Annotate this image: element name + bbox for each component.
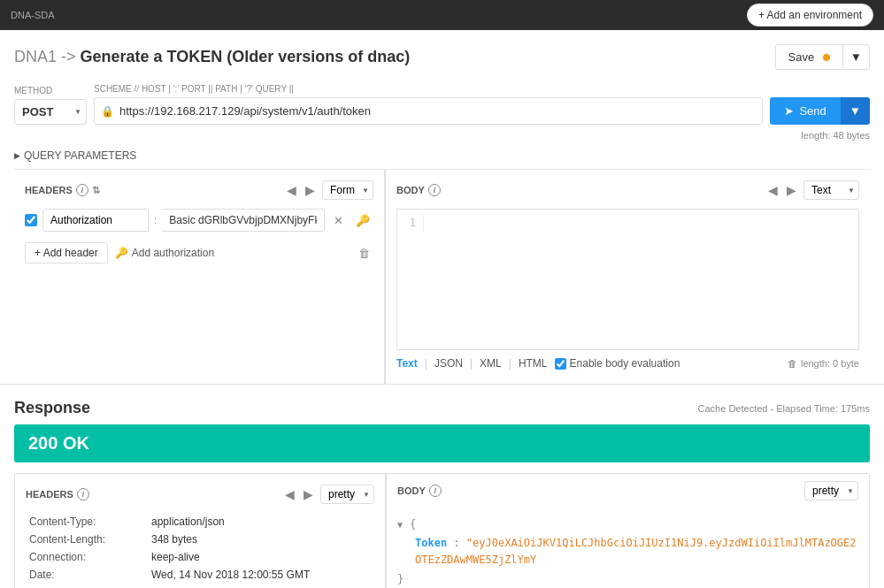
- header-key-input[interactable]: [42, 209, 149, 232]
- enable-body-checkbox[interactable]: [555, 358, 566, 370]
- status-bar: 200 OK: [14, 424, 870, 462]
- cache-info: Cache Detected - Elapsed Time: 175ms: [698, 403, 870, 414]
- resp-headers-pretty-select[interactable]: pretty raw: [320, 485, 374, 504]
- trash-icon: 🗑: [788, 358, 797, 369]
- sort-icon[interactable]: ⇅: [92, 185, 100, 196]
- method-section: METHOD POST GET PUT DELETE: [14, 86, 87, 125]
- headers-prev-arrow[interactable]: ◀: [283, 181, 300, 199]
- main-container: DNA1 -> Generate a TOKEN (Older versions…: [0, 30, 884, 588]
- response-panels: HEADERS i ◀ ▶ pretty raw: [14, 473, 870, 588]
- json-open-brace: {: [410, 516, 416, 533]
- resp-body-panel-header: BODY i pretty raw: [387, 474, 869, 500]
- delete-header-button[interactable]: 🗑: [355, 245, 373, 262]
- method-select-container: POST GET PUT DELETE: [14, 99, 87, 125]
- resp-header-val-1: 348 bytes: [151, 533, 197, 546]
- save-btn-group: Save ▼: [775, 44, 870, 70]
- json-close-brace: }: [397, 573, 404, 585]
- body-title: BODY i: [396, 184, 441, 196]
- resp-header-row-1: Content-Length: 348 bytes: [29, 531, 371, 548]
- body-length: 🗑 length: 0 byte: [788, 358, 859, 369]
- header-checkbox[interactable]: [25, 214, 37, 226]
- headers-next-arrow[interactable]: ▶: [302, 181, 319, 199]
- request-area: DNA1 -> Generate a TOKEN (Older versions…: [0, 30, 884, 385]
- colon: :: [154, 214, 157, 226]
- save-button[interactable]: Save: [775, 44, 843, 70]
- header-value-input[interactable]: [162, 209, 325, 232]
- json-token-key: Token: [415, 537, 447, 549]
- resp-header-key-1: Content-Length:: [29, 533, 144, 546]
- json-collapse-arrow[interactable]: ▼: [397, 518, 403, 532]
- headers-title: HEADERS i ⇅: [25, 184, 100, 196]
- request-title-row: DNA1 -> Generate a TOKEN (Older versions…: [14, 44, 870, 70]
- resp-body-title: BODY i: [397, 485, 442, 497]
- body-info-icon: i: [428, 184, 441, 196]
- title-bar: DNA-SDA + Add an environment: [0, 0, 884, 30]
- resp-headers-prev-arrow[interactable]: ◀: [281, 485, 298, 503]
- add-auth-button[interactable]: 🔑 Add authorization: [115, 247, 214, 259]
- save-dot: [823, 54, 830, 61]
- add-environment-button[interactable]: + Add an environment: [747, 4, 873, 27]
- url-section: SCHEME // HOST | ':' PORT || PATH | '?' …: [94, 84, 763, 125]
- resp-header-val-2: keep-alive: [151, 551, 200, 563]
- send-button[interactable]: ➤ Send: [770, 97, 840, 125]
- body-next-arrow[interactable]: ▶: [783, 181, 800, 199]
- url-input[interactable]: [94, 97, 763, 125]
- request-title-main: Generate a TOKEN (Older versions of dnac…: [81, 48, 411, 65]
- body-xml-btn[interactable]: XML: [480, 357, 502, 370]
- body-html-btn[interactable]: HTML: [519, 357, 548, 370]
- send-dropdown-button[interactable]: ▼: [841, 97, 870, 125]
- send-icon: ➤: [784, 104, 794, 118]
- request-title-prefix: DNA1 ->: [14, 48, 81, 65]
- header-row: : ✕ 🔑: [25, 209, 373, 232]
- headers-info-icon: i: [76, 184, 88, 196]
- body-footer: Text | JSON | XML | HTML Enable body eva…: [396, 350, 859, 373]
- query-params-toggle[interactable]: QUERY PARAMETERS: [14, 149, 870, 162]
- resp-headers-panel: HEADERS i ◀ ▶ pretty raw: [15, 474, 387, 588]
- json-body: ▼ { Token : "eyJ0eXAiOiJKV1QiLCJhbGciOiJ…: [387, 509, 869, 588]
- header-actions-row: + Add header 🔑 Add authorization 🗑: [25, 239, 373, 267]
- form-select[interactable]: Form Raw: [322, 180, 373, 200]
- editor-content[interactable]: [424, 213, 438, 233]
- resp-header-key-3: Date:: [29, 569, 144, 581]
- response-area: Response Cache Detected - Elapsed Time: …: [0, 385, 884, 588]
- resp-headers-nav-arrows: ◀ ▶: [281, 485, 317, 503]
- line-number-1: 1: [397, 213, 424, 233]
- body-panel-header: BODY i ◀ ▶ Text JSON: [396, 180, 859, 200]
- body-json-btn[interactable]: JSON: [434, 357, 463, 370]
- resp-header-row-2: Connection: keep-alive: [29, 548, 371, 566]
- resp-header-val-0: application/json: [151, 515, 225, 528]
- body-nav-arrows: ◀ ▶: [765, 181, 800, 199]
- resp-headers-next-arrow[interactable]: ▶: [300, 485, 317, 503]
- headers-body-row: HEADERS i ⇅ ◀ ▶ Form Ra: [14, 169, 870, 384]
- resp-header-key-0: Content-Type:: [29, 515, 144, 528]
- body-prev-arrow[interactable]: ◀: [765, 181, 781, 199]
- resp-body-panel: BODY i pretty raw ▼: [387, 474, 869, 588]
- add-header-button[interactable]: + Add header: [25, 242, 108, 263]
- body-editor[interactable]: 1: [396, 209, 859, 350]
- body-footer-left: Text | JSON | XML | HTML Enable body eva…: [396, 357, 680, 370]
- headers-panel-header: HEADERS i ⇅ ◀ ▶ Form Ra: [25, 180, 373, 200]
- resp-header-row-4: Server: webserver: [29, 584, 371, 588]
- form-select-wrap: Form Raw: [322, 180, 373, 200]
- resp-headers-info-icon: i: [77, 488, 89, 500]
- send-button-group: ➤ Send ▼: [770, 97, 870, 125]
- headers-panel: HEADERS i ⇅ ◀ ▶ Form Ra: [14, 170, 386, 384]
- resp-headers-pretty-wrap: pretty raw: [320, 485, 374, 504]
- scheme-label: SCHEME // HOST | ':' PORT || PATH | '?' …: [94, 84, 763, 94]
- resp-body-pretty-wrap: pretty raw: [804, 481, 858, 500]
- app-title: DNA-SDA: [11, 10, 55, 20]
- body-format-select[interactable]: Text JSON XML HTML: [803, 180, 859, 200]
- resp-headers-title: HEADERS i: [26, 488, 89, 500]
- request-title: DNA1 -> Generate a TOKEN (Older versions…: [14, 48, 410, 66]
- url-length: length: 48 bytes: [14, 128, 870, 144]
- resp-body-pretty-select[interactable]: pretty raw: [804, 481, 858, 500]
- method-select[interactable]: POST GET PUT DELETE: [14, 99, 87, 125]
- save-dropdown-button[interactable]: ▼: [843, 44, 870, 70]
- key-icon-button[interactable]: 🔑: [352, 212, 373, 229]
- body-text-btn[interactable]: Text: [396, 357, 418, 370]
- resp-header-table: Content-Type: application/json Content-L…: [26, 513, 374, 588]
- enable-body-label[interactable]: Enable body evaluation: [555, 357, 680, 370]
- body-panel: BODY i ◀ ▶ Text JSON: [386, 170, 870, 384]
- clear-header-button[interactable]: ✕: [330, 212, 347, 229]
- body-format-select-wrap: Text JSON XML HTML: [803, 180, 859, 200]
